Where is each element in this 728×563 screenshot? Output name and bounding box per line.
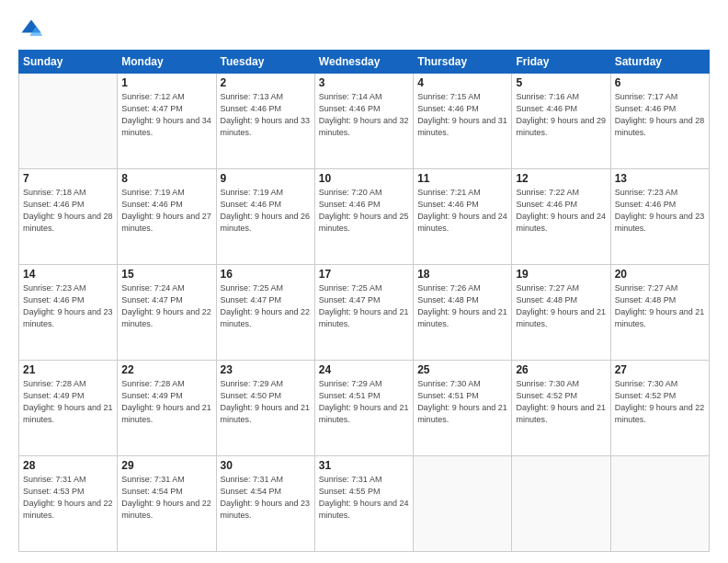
calendar-cell: 10Sunrise: 7:20 AMSunset: 4:46 PMDayligh…: [314, 169, 413, 265]
calendar-cell: 29Sunrise: 7:31 AMSunset: 4:54 PMDayligh…: [118, 456, 216, 552]
calendar-cell: 9Sunrise: 7:19 AMSunset: 4:46 PMDaylight…: [216, 169, 314, 265]
cell-info: Sunrise: 7:18 AMSunset: 4:46 PMDaylight:…: [23, 187, 113, 235]
calendar-cell: 7Sunrise: 7:18 AMSunset: 4:46 PMDaylight…: [19, 169, 118, 265]
cell-info: Sunrise: 7:28 AMSunset: 4:49 PMDaylight:…: [23, 378, 113, 426]
col-header-saturday: Saturday: [610, 51, 709, 74]
cell-info: Sunrise: 7:30 AMSunset: 4:52 PMDaylight:…: [516, 378, 606, 426]
cell-info: Sunrise: 7:17 AMSunset: 4:46 PMDaylight:…: [615, 91, 705, 139]
day-number: 23: [221, 363, 311, 376]
cell-info: Sunrise: 7:28 AMSunset: 4:49 PMDaylight:…: [121, 378, 211, 426]
cell-info: Sunrise: 7:20 AMSunset: 4:46 PMDaylight:…: [319, 187, 409, 235]
cell-info: Sunrise: 7:19 AMSunset: 4:46 PMDaylight:…: [221, 187, 311, 235]
cell-info: Sunrise: 7:23 AMSunset: 4:46 PMDaylight:…: [23, 282, 113, 330]
day-number: 9: [221, 172, 311, 185]
calendar-cell: 21Sunrise: 7:28 AMSunset: 4:49 PMDayligh…: [19, 361, 118, 456]
calendar-week-row: 21Sunrise: 7:28 AMSunset: 4:49 PMDayligh…: [19, 361, 710, 456]
calendar-cell: [414, 456, 512, 552]
calendar-cell: 11Sunrise: 7:21 AMSunset: 4:46 PMDayligh…: [414, 169, 512, 265]
calendar-header-row: SundayMondayTuesdayWednesdayThursdayFrid…: [19, 51, 710, 74]
day-number: 6: [615, 76, 705, 89]
day-number: 1: [121, 76, 211, 89]
cell-info: Sunrise: 7:21 AMSunset: 4:46 PMDaylight:…: [417, 187, 507, 235]
col-header-sunday: Sunday: [19, 51, 118, 74]
day-number: 15: [121, 268, 211, 281]
day-number: 5: [516, 76, 606, 89]
col-header-monday: Monday: [118, 51, 216, 74]
calendar-cell: 31Sunrise: 7:31 AMSunset: 4:55 PMDayligh…: [314, 456, 413, 552]
calendar-cell: 1Sunrise: 7:12 AMSunset: 4:47 PMDaylight…: [118, 74, 216, 169]
cell-info: Sunrise: 7:26 AMSunset: 4:48 PMDaylight:…: [417, 282, 507, 330]
day-number: 30: [221, 459, 311, 472]
cell-info: Sunrise: 7:30 AMSunset: 4:51 PMDaylight:…: [417, 378, 507, 426]
calendar-table: SundayMondayTuesdayWednesdayThursdayFrid…: [18, 50, 710, 552]
day-number: 22: [121, 363, 211, 376]
col-header-tuesday: Tuesday: [216, 51, 314, 74]
calendar-cell: 19Sunrise: 7:27 AMSunset: 4:48 PMDayligh…: [512, 265, 610, 361]
day-number: 12: [516, 172, 606, 185]
calendar-cell: [512, 456, 610, 552]
calendar-cell: 24Sunrise: 7:29 AMSunset: 4:51 PMDayligh…: [314, 361, 413, 456]
cell-info: Sunrise: 7:27 AMSunset: 4:48 PMDaylight:…: [615, 282, 705, 330]
day-number: 29: [121, 459, 211, 472]
cell-info: Sunrise: 7:31 AMSunset: 4:55 PMDaylight:…: [319, 474, 409, 522]
logo: [18, 17, 48, 42]
cell-info: Sunrise: 7:27 AMSunset: 4:48 PMDaylight:…: [516, 282, 606, 330]
calendar-cell: 4Sunrise: 7:15 AMSunset: 4:46 PMDaylight…: [414, 74, 512, 169]
day-number: 16: [221, 268, 311, 281]
day-number: 11: [417, 172, 507, 185]
cell-info: Sunrise: 7:29 AMSunset: 4:50 PMDaylight:…: [221, 378, 311, 426]
calendar-week-row: 28Sunrise: 7:31 AMSunset: 4:53 PMDayligh…: [19, 456, 710, 552]
cell-info: Sunrise: 7:12 AMSunset: 4:47 PMDaylight:…: [121, 91, 211, 139]
cell-info: Sunrise: 7:14 AMSunset: 4:46 PMDaylight:…: [319, 91, 409, 139]
header: [18, 17, 710, 42]
cell-info: Sunrise: 7:31 AMSunset: 4:53 PMDaylight:…: [23, 474, 113, 522]
cell-info: Sunrise: 7:23 AMSunset: 4:46 PMDaylight:…: [615, 187, 705, 235]
day-number: 20: [615, 268, 705, 281]
day-number: 24: [319, 363, 409, 376]
day-number: 17: [319, 268, 409, 281]
day-number: 21: [23, 363, 113, 376]
day-number: 14: [23, 268, 113, 281]
day-number: 10: [319, 172, 409, 185]
day-number: 3: [319, 76, 409, 89]
calendar-cell: 6Sunrise: 7:17 AMSunset: 4:46 PMDaylight…: [610, 74, 709, 169]
calendar-cell: 20Sunrise: 7:27 AMSunset: 4:48 PMDayligh…: [610, 265, 709, 361]
day-number: 28: [23, 459, 113, 472]
calendar-cell: 5Sunrise: 7:16 AMSunset: 4:46 PMDaylight…: [512, 74, 610, 169]
calendar-week-row: 14Sunrise: 7:23 AMSunset: 4:46 PMDayligh…: [19, 265, 710, 361]
cell-info: Sunrise: 7:31 AMSunset: 4:54 PMDaylight:…: [221, 474, 311, 522]
calendar-cell: 23Sunrise: 7:29 AMSunset: 4:50 PMDayligh…: [216, 361, 314, 456]
cell-info: Sunrise: 7:22 AMSunset: 4:46 PMDaylight:…: [516, 187, 606, 235]
day-number: 4: [417, 76, 507, 89]
day-number: 26: [516, 363, 606, 376]
calendar-cell: 15Sunrise: 7:24 AMSunset: 4:47 PMDayligh…: [118, 265, 216, 361]
calendar-cell: 18Sunrise: 7:26 AMSunset: 4:48 PMDayligh…: [414, 265, 512, 361]
calendar-week-row: 1Sunrise: 7:12 AMSunset: 4:47 PMDaylight…: [19, 74, 710, 169]
calendar-cell: 13Sunrise: 7:23 AMSunset: 4:46 PMDayligh…: [610, 169, 709, 265]
calendar-cell: 22Sunrise: 7:28 AMSunset: 4:49 PMDayligh…: [118, 361, 216, 456]
calendar-cell: 8Sunrise: 7:19 AMSunset: 4:46 PMDaylight…: [118, 169, 216, 265]
calendar-cell: [610, 456, 709, 552]
calendar-cell: 27Sunrise: 7:30 AMSunset: 4:52 PMDayligh…: [610, 361, 709, 456]
calendar-cell: 16Sunrise: 7:25 AMSunset: 4:47 PMDayligh…: [216, 265, 314, 361]
day-number: 19: [516, 268, 606, 281]
day-number: 27: [615, 363, 705, 376]
calendar-cell: 25Sunrise: 7:30 AMSunset: 4:51 PMDayligh…: [414, 361, 512, 456]
calendar-cell: 30Sunrise: 7:31 AMSunset: 4:54 PMDayligh…: [216, 456, 314, 552]
logo-icon: [18, 17, 44, 42]
calendar-cell: 17Sunrise: 7:25 AMSunset: 4:47 PMDayligh…: [314, 265, 413, 361]
calendar-week-row: 7Sunrise: 7:18 AMSunset: 4:46 PMDaylight…: [19, 169, 710, 265]
calendar-cell: 2Sunrise: 7:13 AMSunset: 4:46 PMDaylight…: [216, 74, 314, 169]
cell-info: Sunrise: 7:15 AMSunset: 4:46 PMDaylight:…: [417, 91, 507, 139]
cell-info: Sunrise: 7:29 AMSunset: 4:51 PMDaylight:…: [319, 378, 409, 426]
page: SundayMondayTuesdayWednesdayThursdayFrid…: [0, 0, 728, 563]
col-header-thursday: Thursday: [414, 51, 512, 74]
cell-info: Sunrise: 7:19 AMSunset: 4:46 PMDaylight:…: [121, 187, 211, 235]
cell-info: Sunrise: 7:25 AMSunset: 4:47 PMDaylight:…: [221, 282, 311, 330]
cell-info: Sunrise: 7:30 AMSunset: 4:52 PMDaylight:…: [615, 378, 705, 426]
day-number: 8: [121, 172, 211, 185]
col-header-friday: Friday: [512, 51, 610, 74]
day-number: 7: [23, 172, 113, 185]
calendar-cell: 3Sunrise: 7:14 AMSunset: 4:46 PMDaylight…: [314, 74, 413, 169]
cell-info: Sunrise: 7:13 AMSunset: 4:46 PMDaylight:…: [221, 91, 311, 139]
